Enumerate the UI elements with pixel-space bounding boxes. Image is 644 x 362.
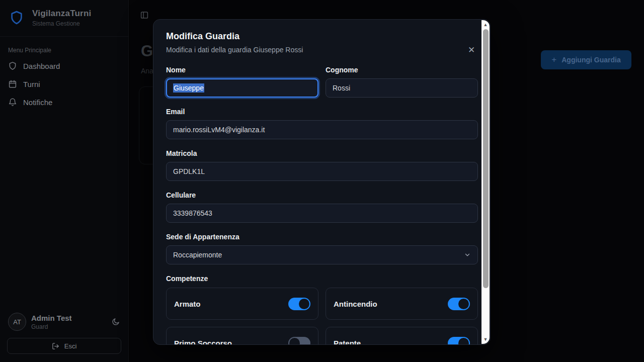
page-title: G xyxy=(141,42,153,60)
sede-select[interactable]: Roccapiemonte xyxy=(166,245,478,264)
sede-label: Sede di Appartenenza xyxy=(166,233,478,241)
matricola-input[interactable] xyxy=(166,162,478,181)
sidebar-footer: AT Admin Test Guard Esci xyxy=(0,304,128,362)
sidebar-item-label: Turni xyxy=(23,80,40,88)
add-guard-button[interactable]: + Aggiungi Guardia xyxy=(541,50,631,69)
email-input[interactable] xyxy=(166,120,478,139)
nome-input[interactable]: Giuseppe xyxy=(166,78,318,98)
competenza-armato: Armato xyxy=(166,288,318,320)
field-cellulare: Cellulare xyxy=(166,191,478,223)
sidebar-item-label: Notifiche xyxy=(23,98,52,107)
sidebar-item-notifiche[interactable]: Notifiche xyxy=(0,93,128,111)
field-email: Email xyxy=(166,108,478,139)
user-row: AT Admin Test Guard xyxy=(7,310,121,338)
menu-section-label: Menu Principale xyxy=(0,37,128,57)
shield-icon xyxy=(8,61,17,70)
edit-guard-modal: Modifica Guardia Modifica i dati della g… xyxy=(153,19,491,345)
nome-selected-text: Giuseppe xyxy=(173,83,204,93)
modal-content: Modifica Guardia Modifica i dati della g… xyxy=(153,20,482,344)
sidebar-item-dashboard[interactable]: Dashboard xyxy=(0,57,128,75)
app-brand: VigilanzaTurni Sistema Gestione xyxy=(0,0,128,37)
bell-icon xyxy=(8,98,17,107)
app-logo-shield-icon xyxy=(7,8,26,27)
sidebar-item-turni[interactable]: Turni xyxy=(0,75,128,93)
cognome-label: Cognome xyxy=(326,66,478,74)
cognome-input[interactable] xyxy=(326,78,478,98)
primo-soccorso-toggle[interactable] xyxy=(288,337,310,345)
cellulare-input[interactable] xyxy=(166,204,478,223)
sidebar-toggle-icon[interactable] xyxy=(140,11,149,20)
scroll-down-arrow-icon[interactable]: ▼ xyxy=(481,335,490,343)
plus-icon: + xyxy=(551,55,556,65)
cellulare-label: Cellulare xyxy=(166,191,478,199)
email-label: Email xyxy=(166,108,478,116)
logout-button[interactable]: Esci xyxy=(7,338,121,354)
modal-scrollbar[interactable]: ▲ ▼ xyxy=(481,20,490,344)
chevron-down-icon xyxy=(464,251,471,258)
nome-label: Nome xyxy=(166,66,318,74)
logout-label: Esci xyxy=(64,342,77,350)
add-guard-label: Aggiungi Guardia xyxy=(561,56,620,64)
sidebar-item-label: Dashboard xyxy=(23,62,60,70)
user-role: Guard xyxy=(31,323,72,330)
competenza-antincendio: Antincendio xyxy=(326,288,478,320)
close-icon[interactable]: ✕ xyxy=(467,46,476,55)
scroll-up-arrow-icon[interactable]: ▲ xyxy=(481,21,490,29)
competenza-patente: Patente xyxy=(326,327,478,344)
field-sede: Sede di Appartenenza Roccapiemonte xyxy=(166,233,478,264)
user-name: Admin Test xyxy=(31,314,72,322)
field-matricola: Matricola xyxy=(166,149,478,181)
app-title: VigilanzaTurni xyxy=(32,9,91,19)
competenza-primo-soccorso: Primo Soccorso xyxy=(166,327,318,344)
scrollbar-thumb[interactable] xyxy=(483,29,489,288)
sidebar: VigilanzaTurni Sistema Gestione Menu Pri… xyxy=(0,0,129,362)
calendar-icon xyxy=(8,79,17,88)
avatar: AT xyxy=(8,313,26,331)
matricola-label: Matricola xyxy=(166,149,478,157)
antincendio-toggle[interactable] xyxy=(448,298,470,310)
field-nome: Nome Giuseppe xyxy=(166,66,318,98)
page-subtitle: Ana xyxy=(141,67,153,75)
patente-toggle[interactable] xyxy=(448,337,470,345)
modal-subtitle: Modifica i dati della guardia Giuseppe R… xyxy=(166,46,478,54)
competenze-label: Competenze xyxy=(166,275,478,283)
logout-icon xyxy=(52,342,59,350)
field-cognome: Cognome xyxy=(326,66,478,98)
modal-title: Modifica Guardia xyxy=(166,31,478,42)
app-subtitle: Sistema Gestione xyxy=(32,20,91,27)
moon-icon[interactable] xyxy=(111,317,120,326)
armato-toggle[interactable] xyxy=(288,298,310,310)
sede-selected-value: Roccapiemonte xyxy=(173,251,222,259)
